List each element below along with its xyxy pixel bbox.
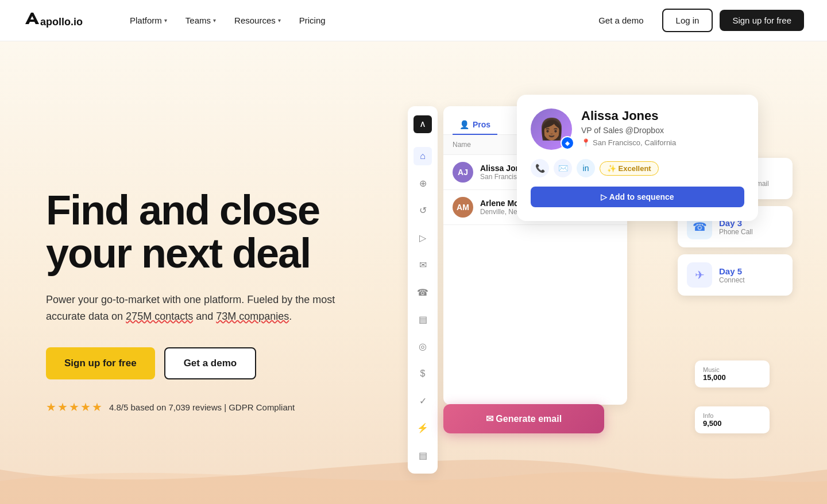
info-card-value: 9,500 bbox=[703, 419, 762, 428]
sequence-day5-info: Day 5 Connect bbox=[719, 266, 745, 284]
info-card-label: Info bbox=[703, 412, 762, 419]
hero-mockup: Λ ⌂ ⊕ ↺ ▷ ✉ ☎ ▤ ◎ $ ✓ ⚡ ▤ 👤 Pros Name bbox=[402, 89, 781, 491]
location-pin-icon: 📍 bbox=[581, 138, 590, 147]
call-icon[interactable]: 📞 bbox=[531, 159, 549, 177]
profile-avatar-wrap: 👩🏾 ◆ bbox=[531, 108, 572, 150]
hero-subtitle: Power your go-to-market with one platfor… bbox=[46, 292, 345, 325]
login-button[interactable]: Log in bbox=[662, 9, 713, 32]
add-to-sequence-button[interactable]: ▷ Add to sequence bbox=[531, 187, 744, 207]
demo-button-hero[interactable]: Get a demo bbox=[164, 347, 257, 379]
sidebar-chart-icon[interactable]: ▤ bbox=[413, 447, 432, 464]
nav-resources[interactable]: Resources ▾ bbox=[226, 11, 289, 30]
profile-location: 📍 San Francisco, California bbox=[581, 138, 744, 147]
sidebar-mail-icon[interactable]: ✉ bbox=[413, 256, 432, 274]
excellence-badge: ✨ Excellent bbox=[600, 161, 659, 176]
profile-name: Alissa Jones bbox=[581, 108, 744, 123]
prospect-avatar-2: AM bbox=[453, 197, 473, 218]
profile-job-title: VP of Sales @Dropbox bbox=[581, 126, 744, 135]
dropbox-badge-icon: ◆ bbox=[561, 136, 574, 150]
sidebar-dollar-icon[interactable]: $ bbox=[413, 365, 432, 383]
music-card: Music 15,000 bbox=[695, 360, 770, 387]
hero-rating: ★★★★★ 4.8/5 based on 7,039 reviews | GDP… bbox=[46, 400, 402, 414]
generate-email-button[interactable]: ✉ Generate email bbox=[443, 404, 604, 433]
music-card-label: Music bbox=[703, 366, 762, 373]
navbar: apollo.io Platform ▾ Teams ▾ Resources ▾… bbox=[0, 0, 827, 41]
nav-right: Get a demo Log in Sign up for free bbox=[587, 9, 804, 32]
sidebar-home-icon[interactable]: ⌂ bbox=[413, 147, 432, 165]
hero-buttons: Sign up for free Get a demo bbox=[46, 347, 402, 379]
hero-title: Find and close your next deal bbox=[46, 189, 402, 276]
sidebar-lightning-icon[interactable]: ⚡ bbox=[413, 419, 432, 437]
sidebar-chat-icon[interactable]: ◎ bbox=[413, 338, 432, 355]
sidebar-refresh-icon[interactable]: ↺ bbox=[413, 201, 432, 219]
sidebar-send-icon[interactable]: ▷ bbox=[413, 229, 432, 247]
profile-top: 👩🏾 ◆ Alissa Jones VP of Sales @Dropbox 📍… bbox=[531, 108, 744, 150]
nav-pricing[interactable]: Pricing bbox=[291, 11, 334, 30]
signup-button-hero[interactable]: Sign up for free bbox=[46, 347, 155, 379]
profile-details: Alissa Jones VP of Sales @Dropbox 📍 San … bbox=[581, 108, 744, 150]
app-sidebar: Λ ⌂ ⊕ ↺ ▷ ✉ ☎ ▤ ◎ $ ✓ ⚡ ▤ bbox=[408, 106, 438, 474]
email-icon[interactable]: ✉️ bbox=[554, 159, 572, 177]
sidebar-search-icon[interactable]: ⊕ bbox=[413, 175, 432, 192]
rating-stars: ★★★★★ bbox=[46, 400, 103, 414]
hero-section: Find and close your next deal Power your… bbox=[0, 41, 827, 504]
sidebar-check-icon[interactable]: ✓ bbox=[413, 392, 432, 410]
sidebar-logo-icon: Λ bbox=[413, 115, 432, 133]
nav-links: Platform ▾ Teams ▾ Resources ▾ Pricing bbox=[122, 11, 587, 30]
svg-text:apollo.io: apollo.io bbox=[40, 16, 83, 28]
rating-text: 4.8/5 based on 7,039 reviews | GDPR Comp… bbox=[109, 402, 295, 412]
prospects-tab[interactable]: 👤 Pros bbox=[453, 115, 497, 135]
logo[interactable]: apollo.io bbox=[23, 10, 103, 31]
info-card: Info 9,500 bbox=[695, 406, 770, 433]
sequence-day5-card: ✈ Day 5 Connect bbox=[678, 254, 793, 296]
music-card-value: 15,000 bbox=[703, 373, 762, 382]
get-demo-button[interactable]: Get a demo bbox=[587, 10, 655, 31]
nav-teams[interactable]: Teams ▾ bbox=[177, 11, 224, 30]
platform-chevron-icon: ▾ bbox=[164, 17, 167, 24]
nav-platform[interactable]: Platform ▾ bbox=[122, 11, 175, 30]
sidebar-phone-icon[interactable]: ☎ bbox=[413, 283, 432, 301]
signup-button-nav[interactable]: Sign up for free bbox=[720, 10, 804, 31]
sidebar-calendar-icon[interactable]: ▤ bbox=[413, 311, 432, 328]
resources-chevron-icon: ▾ bbox=[278, 17, 281, 24]
hero-content: Find and close your next deal Power your… bbox=[46, 166, 402, 414]
prospect-avatar-1: AJ bbox=[453, 162, 473, 183]
profile-actions-row: 📞 ✉️ in ✨ Excellent bbox=[531, 159, 744, 177]
linkedin-icon[interactable]: in bbox=[577, 159, 595, 177]
profile-card: 👩🏾 ◆ Alissa Jones VP of Sales @Dropbox 📍… bbox=[517, 95, 758, 221]
teams-chevron-icon: ▾ bbox=[213, 17, 216, 24]
day5-connect-icon: ✈ bbox=[687, 262, 712, 288]
